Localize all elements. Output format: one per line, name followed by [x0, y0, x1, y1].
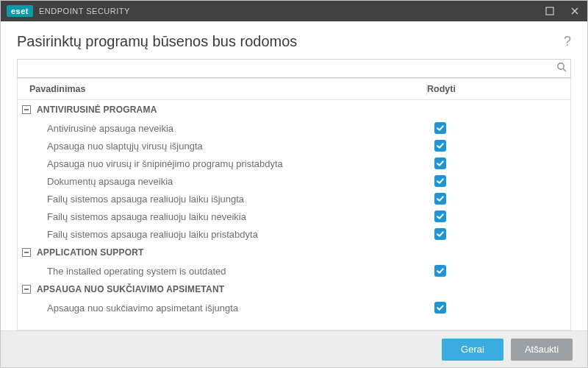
show-checkbox[interactable] [434, 158, 446, 169]
table-row: Apsauga nuo sukčiavimo apsimetant išjung… [18, 299, 570, 316]
dialog-header: Pasirinktų programų būsenos bus rodomos … [1, 21, 587, 59]
table-header: Pavadinimas Rodyti [18, 78, 570, 100]
table-row: The installed operating system is outdat… [18, 262, 570, 280]
show-checkbox[interactable] [434, 122, 446, 134]
search-icon[interactable] [556, 62, 567, 75]
content-area: Pavadinimas Rodyti ANTIVIRUSINĖ PROGRAMA… [1, 59, 587, 330]
dialog-footer: Gerai Atšaukti [1, 330, 587, 367]
table-row: Failų sistemos apsauga realiuoju laiku n… [18, 208, 570, 225]
item-show-cell [434, 175, 570, 187]
group-label: APPLICATION SUPPORT [37, 247, 144, 258]
item-name: Antivirusinė apsauga neveikia [18, 123, 434, 134]
svg-rect-0 [546, 7, 553, 15]
svg-point-1 [558, 63, 564, 69]
ok-button[interactable]: Gerai [442, 339, 503, 361]
page-title: Pasirinktų programų būsenos bus rodomos [17, 33, 564, 50]
brand-logo: eset [7, 5, 33, 17]
titlebar: eset ENDPOINT SECURITY [1, 1, 587, 21]
item-name: The installed operating system is outdat… [18, 266, 434, 277]
group-row[interactable]: ANTIVIRUSINĖ PROGRAMA [18, 100, 570, 119]
table-row: Dokumentų apsauga neveikia [18, 172, 570, 190]
item-name: Apsauga nuo sukčiavimo apsimetant išjung… [18, 302, 434, 314]
item-show-cell [434, 158, 570, 169]
svg-line-2 [563, 68, 566, 71]
show-checkbox[interactable] [434, 210, 446, 222]
group-label: ANTIVIRUSINĖ PROGRAMA [37, 105, 157, 115]
group-label: APSAUGA NUO SUKČIAVIMO APSIMETANT [37, 284, 224, 294]
cancel-button[interactable]: Atšaukti [511, 339, 573, 361]
table-row: Failų sistemos apsauga realiuoju laiku p… [18, 225, 570, 243]
help-button[interactable]: ? [564, 34, 571, 49]
column-header-name[interactable]: Pavadinimas [18, 84, 426, 94]
item-name: Apsauga nuo slaptųjų virusų išjungta [18, 141, 434, 152]
show-checkbox[interactable] [434, 265, 446, 277]
item-show-cell [434, 265, 570, 277]
column-header-show[interactable]: Rodyti [427, 84, 570, 94]
table-row: Failų sistemos apsauga realiuoju laiku i… [18, 190, 570, 208]
item-show-cell [434, 140, 570, 152]
app-window: eset ENDPOINT SECURITY Pasirinktų progra… [0, 0, 588, 368]
item-name: Dokumentų apsauga neveikia [18, 176, 434, 187]
collapse-icon[interactable] [22, 105, 31, 114]
minimize-button[interactable] [537, 1, 562, 21]
table-row: Antivirusinė apsauga neveikia [18, 119, 570, 137]
search-input[interactable] [17, 59, 571, 78]
table-row: Apsauga nuo virusų ir šnipinėjimo progra… [18, 155, 570, 172]
close-button[interactable] [562, 1, 587, 21]
group-row[interactable]: APSAUGA NUO SUKČIAVIMO APSIMETANT [18, 280, 570, 299]
minimize-icon [545, 7, 554, 15]
show-checkbox[interactable] [434, 175, 446, 187]
show-checkbox[interactable] [434, 140, 446, 152]
table-body[interactable]: ANTIVIRUSINĖ PROGRAMAAntivirusinė apsaug… [18, 100, 570, 330]
item-show-cell [434, 193, 570, 205]
collapse-icon[interactable] [22, 285, 31, 294]
search-box [17, 59, 571, 78]
status-table: Pavadinimas Rodyti ANTIVIRUSINĖ PROGRAMA… [17, 78, 571, 330]
item-show-cell [434, 210, 570, 222]
show-checkbox[interactable] [434, 193, 446, 205]
item-show-cell [434, 302, 570, 314]
table-row: Apsauga nuo slaptųjų virusų išjungta [18, 137, 570, 155]
product-name: ENDPOINT SECURITY [39, 7, 130, 15]
item-name: Apsauga nuo virusų ir šnipinėjimo progra… [18, 158, 434, 169]
item-name: Failų sistemos apsauga realiuoju laiku p… [18, 229, 434, 240]
close-icon [570, 7, 579, 15]
show-checkbox[interactable] [434, 228, 446, 240]
show-checkbox[interactable] [434, 302, 446, 314]
group-row[interactable]: APPLICATION SUPPORT [18, 243, 570, 262]
item-name: Failų sistemos apsauga realiuoju laiku n… [18, 211, 434, 222]
item-name: Failų sistemos apsauga realiuoju laiku i… [18, 194, 434, 205]
item-show-cell [434, 228, 570, 240]
item-show-cell [434, 122, 570, 134]
collapse-icon[interactable] [22, 248, 31, 257]
